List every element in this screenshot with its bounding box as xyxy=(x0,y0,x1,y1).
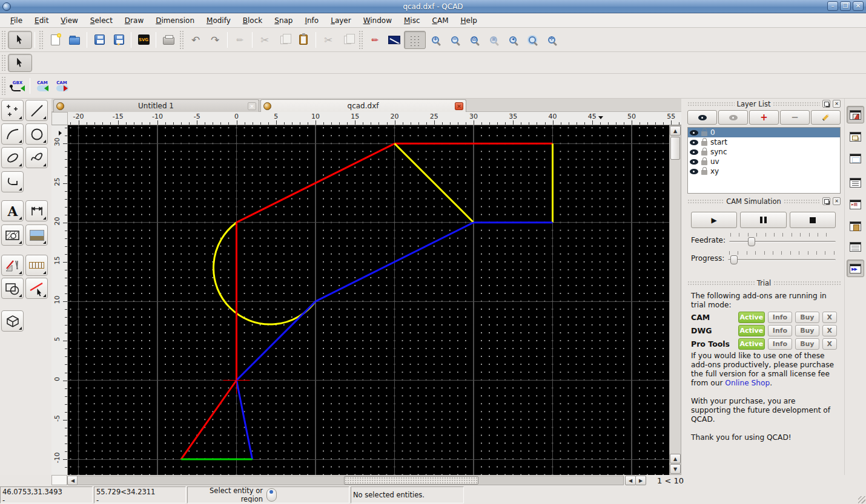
panel-toggle-blocks[interactable] xyxy=(847,128,864,145)
hatch-tool-button[interactable] xyxy=(1,224,24,246)
draw-button[interactable]: ✏ xyxy=(365,31,385,49)
cut-button[interactable]: ✂ xyxy=(255,31,274,49)
measure-tool-button[interactable] xyxy=(25,255,48,276)
layer-list-header[interactable]: Layer List ✕ xyxy=(686,99,842,109)
addon-info-button[interactable]: Info xyxy=(768,338,792,350)
tab-untitled-1[interactable]: Untitled 1 ✕ xyxy=(53,99,259,112)
menu-block[interactable]: Block xyxy=(237,15,268,27)
progress-slider[interactable] xyxy=(728,251,836,264)
horizontal-scrollbar[interactable] xyxy=(77,476,624,485)
layer-lock-icon[interactable] xyxy=(701,141,707,146)
copy-button[interactable] xyxy=(274,31,294,49)
line-entity[interactable] xyxy=(316,223,474,301)
paste-button[interactable] xyxy=(294,31,313,49)
play-button[interactable]: ▶ xyxy=(691,212,737,228)
maximize-button[interactable]: ❐ xyxy=(840,1,851,11)
show-all-layers-button[interactable] xyxy=(687,110,717,125)
line-entity[interactable] xyxy=(395,143,474,222)
layer-row-start[interactable]: start xyxy=(688,137,840,147)
close-button[interactable]: ✕ xyxy=(853,1,864,11)
cam-simulation-header[interactable]: CAM Simulation ✕ xyxy=(686,196,842,206)
panel-toggle-library[interactable] xyxy=(847,149,864,167)
add-layer-button[interactable]: + xyxy=(749,110,779,125)
zoom-out-button[interactable]: − xyxy=(445,31,464,49)
tab-qcad-dxf[interactable]: qcad.dxf ✕ xyxy=(260,99,466,112)
open-file-button[interactable] xyxy=(65,31,84,49)
cam-import-button[interactable]: CAM xyxy=(33,77,52,95)
layer-visible-icon[interactable] xyxy=(690,159,698,165)
line-entity[interactable] xyxy=(237,143,395,222)
menu-window[interactable]: Window xyxy=(358,15,397,27)
drawing-canvas[interactable] xyxy=(68,125,669,475)
menu-snap[interactable]: Snap xyxy=(269,15,298,27)
menu-info[interactable]: Info xyxy=(299,15,324,27)
layer-visible-icon[interactable] xyxy=(690,140,698,145)
addon-close-button[interactable]: X xyxy=(822,312,837,323)
panel-toggle-cam-simulation[interactable] xyxy=(847,260,864,277)
layer-row-sync[interactable]: sync xyxy=(688,147,840,157)
scroll-down-button[interactable]: ▼ xyxy=(670,464,681,474)
tab-scroll-left-button[interactable]: ◀ xyxy=(625,476,636,485)
gbx-import-button[interactable]: GBX xyxy=(8,77,27,95)
line-entity[interactable] xyxy=(181,381,236,459)
measure-button[interactable] xyxy=(385,31,404,49)
layer-lock-icon[interactable] xyxy=(701,131,707,136)
vertical-scrollbar[interactable]: ▲ ▲ ▼ xyxy=(669,125,681,475)
layer-row-uv[interactable]: uv xyxy=(688,157,840,166)
tab-close-icon[interactable]: ✕ xyxy=(455,102,463,110)
ellipse-tool-button[interactable] xyxy=(1,147,24,168)
stop-button[interactable] xyxy=(790,212,836,228)
minimize-button[interactable]: – xyxy=(827,1,838,11)
layer-row-0[interactable]: 0 xyxy=(688,128,840,137)
close-panel-icon[interactable]: ✕ xyxy=(833,100,841,108)
panel-toggle-script-shell[interactable] xyxy=(847,238,864,255)
dimension-tool-button[interactable] xyxy=(25,200,48,221)
horizontal-scroll-thumb[interactable] xyxy=(344,476,478,485)
menu-modify[interactable]: Modify xyxy=(201,15,236,27)
layer-lock-icon[interactable] xyxy=(701,160,707,165)
modify-tool-button[interactable] xyxy=(25,278,48,299)
layer-visible-icon[interactable] xyxy=(690,130,698,136)
layer-row-xy[interactable]: xy xyxy=(688,166,840,176)
vertical-scroll-thumb[interactable] xyxy=(670,137,680,160)
menu-view[interactable]: View xyxy=(55,15,83,27)
arc-entity[interactable] xyxy=(214,223,316,324)
progress-slider-handle[interactable] xyxy=(730,255,738,264)
pause-button[interactable] xyxy=(740,212,786,228)
tab-close-icon[interactable]: ✕ xyxy=(248,102,256,110)
toolbar-handle[interactable] xyxy=(1,54,7,71)
print-preview-button[interactable] xyxy=(159,31,178,49)
auto-zoom-button[interactable]: ⊡ xyxy=(464,31,484,49)
hide-all-layers-button[interactable] xyxy=(718,110,748,125)
grid-toggle-button[interactable] xyxy=(404,31,426,49)
layer-lock-icon[interactable] xyxy=(701,170,707,175)
new-file-button[interactable] xyxy=(45,31,65,49)
toolbar-handle[interactable] xyxy=(1,30,7,49)
title-bar[interactable]: qcad.dxf - QCAD – ❐ ✕ xyxy=(0,0,866,13)
scroll-up-button[interactable]: ▲ xyxy=(670,126,681,136)
menu-edit[interactable]: Edit xyxy=(29,15,54,27)
previous-view-button[interactable]: ◂ xyxy=(503,31,523,49)
circle-tool-button[interactable] xyxy=(25,123,48,145)
feedrate-slider-handle[interactable] xyxy=(748,237,755,246)
arc-tool-button[interactable] xyxy=(1,123,24,145)
panel-toggle-layers[interactable] xyxy=(847,106,864,123)
selection-pointer-button[interactable] xyxy=(8,54,32,72)
pan-button[interactable]: ✛ xyxy=(542,31,561,49)
solid-tool-button[interactable] xyxy=(1,310,24,332)
layer-visible-icon[interactable] xyxy=(690,169,698,174)
addon-buy-button[interactable]: Buy xyxy=(795,338,819,350)
spline-tool-button[interactable] xyxy=(25,147,48,168)
copy-with-reference-button[interactable] xyxy=(338,31,357,49)
zoom-in-button[interactable]: + xyxy=(426,31,445,49)
addon-active-badge[interactable]: Active xyxy=(738,325,765,336)
toolbar-handle[interactable] xyxy=(359,30,364,49)
redo-button[interactable]: ↷ xyxy=(205,31,225,49)
feedrate-slider[interactable] xyxy=(729,233,836,246)
panel-toggle-property-editor[interactable] xyxy=(847,174,864,191)
menu-misc[interactable]: Misc xyxy=(398,15,426,27)
addon-buy-button[interactable]: Buy xyxy=(795,312,819,323)
layer-lock-icon[interactable] xyxy=(701,151,707,155)
erase-button[interactable]: ✏ xyxy=(230,31,250,49)
addon-active-badge[interactable]: Active xyxy=(738,312,765,323)
